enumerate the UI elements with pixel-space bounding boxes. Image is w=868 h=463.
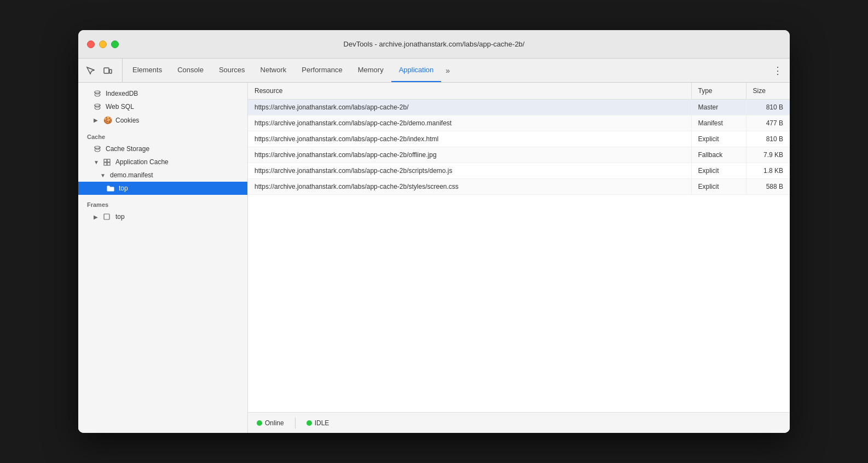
sidebar-item-app-cache[interactable]: ▼ Application Cache (78, 155, 247, 169)
type-cell: Explicit (691, 163, 746, 179)
cookies-label: Cookies (115, 117, 139, 124)
db-icon (94, 90, 102, 97)
resource-cell: https://archive.jonathanstark.com/labs/a… (248, 163, 691, 179)
resource-cell: https://archive.jonathanstark.com/labs/a… (248, 131, 691, 147)
content-area: Resource Type Size https://archive.jonat… (248, 83, 790, 433)
top-frame-label: top (115, 213, 125, 221)
resource-cell: https://archive.jonathanstark.com/labs/a… (248, 147, 691, 163)
frame-icon (103, 213, 112, 220)
sidebar-item-indexed-db[interactable]: IndexedDB (78, 87, 247, 100)
cookies-arrow-icon: ▶ (94, 117, 100, 123)
top-cache-label: top (119, 184, 128, 192)
table-wrapper: Resource Type Size https://archive.jonat… (248, 83, 790, 412)
inspect-icon[interactable] (83, 63, 98, 78)
svg-rect-5 (104, 159, 107, 162)
window-title: DevTools - archive.jonathanstark.com/lab… (344, 40, 525, 48)
size-cell: 588 B (746, 179, 790, 195)
idle-dot (306, 420, 312, 426)
web-sql-db-icon (94, 103, 102, 111)
minimize-button[interactable] (99, 40, 107, 48)
svg-rect-8 (107, 163, 110, 165)
resource-cell: https://archive.jonathanstark.com/labs/a… (248, 115, 691, 131)
table-row[interactable]: https://archive.jonathanstark.com/labs/a… (248, 163, 790, 179)
toolbar: Elements Console Sources Network Perform… (78, 59, 790, 83)
sidebar-item-web-sql[interactable]: Web SQL (78, 100, 247, 113)
cache-section-label: Cache (78, 127, 247, 142)
online-label: Online (265, 419, 284, 427)
folder-icon (107, 185, 115, 192)
tab-application[interactable]: Application (391, 59, 442, 82)
tab-elements[interactable]: Elements (125, 59, 170, 82)
sidebar-item-top-frame[interactable]: ▶ top (78, 210, 247, 223)
tab-sources[interactable]: Sources (211, 59, 253, 82)
close-button[interactable] (87, 40, 95, 48)
main-layout: IndexedDB Web SQL ▶ 🍪 Cookies Cache Cach… (78, 83, 790, 433)
frames-section-label: Frames (78, 195, 247, 210)
resource-cell: https://archive.jonathanstark.com/labs/a… (248, 179, 691, 195)
online-status: Online (257, 419, 284, 427)
svg-rect-1 (109, 70, 112, 73)
size-cell: 810 B (746, 100, 790, 115)
demo-manifest-arrow-icon: ▼ (100, 172, 107, 178)
resource-cell: https://archive.jonathanstark.com/labs/a… (248, 100, 691, 115)
svg-rect-0 (104, 68, 109, 73)
sidebar-item-top-cache[interactable]: top (78, 182, 247, 195)
titlebar: DevTools - archive.jonathanstark.com/lab… (78, 30, 790, 59)
size-cell: 477 B (746, 115, 790, 131)
tab-performance[interactable]: Performance (294, 59, 350, 82)
size-cell: 1.8 KB (746, 163, 790, 179)
svg-point-4 (95, 146, 100, 148)
sidebar-item-cache-storage[interactable]: Cache Storage (78, 142, 247, 155)
app-cache-arrow-icon: ▼ (94, 159, 100, 165)
table-row[interactable]: https://archive.jonathanstark.com/labs/a… (248, 100, 790, 115)
svg-rect-7 (104, 163, 107, 165)
type-cell: Explicit (691, 131, 746, 147)
size-cell: 7.9 KB (746, 147, 790, 163)
table-row[interactable]: https://archive.jonathanstark.com/labs/a… (248, 131, 790, 147)
size-column-header: Size (746, 83, 790, 100)
web-sql-label: Web SQL (106, 103, 134, 111)
type-cell: Manifest (691, 115, 746, 131)
tab-memory[interactable]: Memory (350, 59, 391, 82)
svg-point-2 (95, 91, 100, 93)
size-cell: 810 B (746, 131, 790, 147)
sidebar: IndexedDB Web SQL ▶ 🍪 Cookies Cache Cach… (78, 83, 248, 433)
cache-storage-icon (94, 145, 102, 153)
traffic-lights (87, 40, 119, 48)
device-toggle-icon[interactable] (100, 63, 115, 78)
app-cache-label: Application Cache (115, 158, 169, 166)
sidebar-item-demo-manifest[interactable]: ▼ demo.manifest (78, 169, 247, 182)
top-frame-arrow-icon: ▶ (94, 214, 100, 220)
cache-storage-label: Cache Storage (106, 145, 149, 153)
toolbar-icons (83, 59, 123, 82)
app-cache-grid-icon (103, 159, 112, 166)
indexed-db-label: IndexedDB (106, 90, 138, 97)
svg-rect-6 (107, 159, 110, 162)
table-row[interactable]: https://archive.jonathanstark.com/labs/a… (248, 115, 790, 131)
cookies-icon: 🍪 (103, 116, 112, 124)
table-row[interactable]: https://archive.jonathanstark.com/labs/a… (248, 147, 790, 163)
type-column-header: Type (691, 83, 746, 100)
idle-label: IDLE (315, 419, 329, 427)
demo-manifest-label: demo.manifest (110, 171, 153, 179)
type-cell: Explicit (691, 179, 746, 195)
status-divider (295, 418, 296, 429)
tab-network[interactable]: Network (253, 59, 294, 82)
online-dot (257, 420, 262, 426)
resources-table: Resource Type Size https://archive.jonat… (248, 83, 790, 195)
devtools-menu-button[interactable]: ⋮ (770, 63, 785, 78)
svg-point-3 (95, 104, 100, 106)
table-row[interactable]: https://archive.jonathanstark.com/labs/a… (248, 179, 790, 195)
resource-column-header: Resource (248, 83, 691, 100)
devtools-window: DevTools - archive.jonathanstark.com/lab… (78, 30, 790, 433)
idle-status: IDLE (306, 419, 329, 427)
svg-rect-9 (104, 214, 109, 219)
sidebar-item-cookies[interactable]: ▶ 🍪 Cookies (78, 113, 247, 127)
maximize-button[interactable] (111, 40, 119, 48)
toolbar-menu: ⋮ (770, 59, 790, 82)
type-cell: Master (691, 100, 746, 115)
more-tabs-button[interactable]: » (441, 59, 454, 82)
statusbar: Online IDLE (248, 412, 790, 433)
tab-console[interactable]: Console (170, 59, 211, 82)
type-cell: Fallback (691, 147, 746, 163)
